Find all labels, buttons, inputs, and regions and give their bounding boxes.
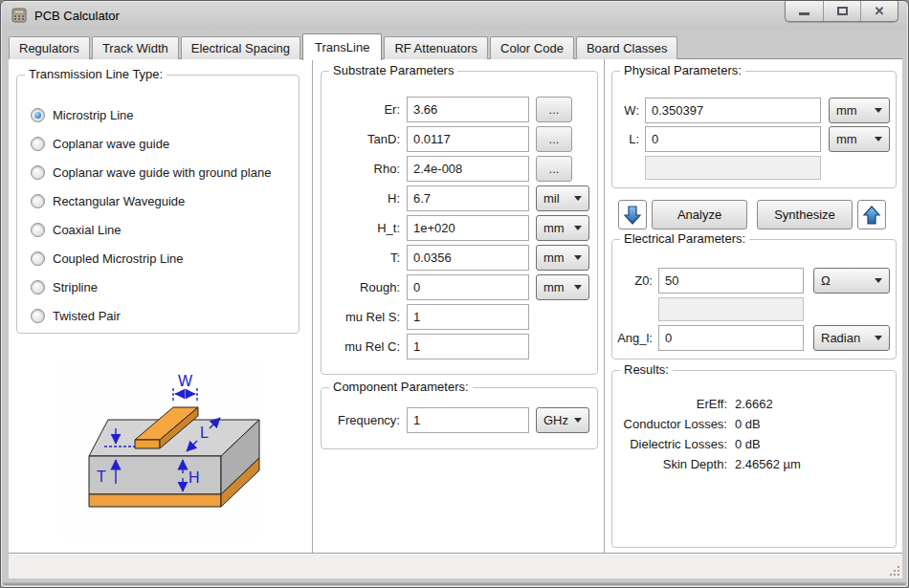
l-input[interactable]: 0 — [645, 126, 821, 152]
h-input[interactable]: 6.7 — [407, 185, 529, 211]
group-title: Transmission Line Type: — [25, 67, 166, 81]
copy-up-button[interactable] — [857, 200, 886, 229]
mu-rel-c-input[interactable]: 1 — [407, 334, 529, 359]
rho-more-button[interactable]: ... — [536, 156, 572, 182]
frequency-input[interactable]: 1 — [407, 407, 529, 433]
substrate-row-h: H: 6.7 mil — [327, 185, 591, 211]
radio-coplanar-wave-guide[interactable]: Coplanar wave guide — [31, 129, 293, 158]
tand-input[interactable]: 0.0117 — [407, 126, 529, 152]
tab-track-width[interactable]: Track Width — [92, 36, 179, 59]
mu-rel-s-label: mu Rel S: — [327, 310, 400, 324]
group-title: Results: — [620, 362, 673, 377]
minimize-button[interactable] — [786, 1, 823, 21]
analyze-button[interactable]: Analyze — [652, 200, 747, 229]
group-title: Component Parameters: — [329, 380, 473, 394]
z0-input[interactable]: 50 — [658, 268, 804, 294]
ht-input[interactable]: 1e+020 — [407, 215, 529, 241]
h-label: H: — [327, 191, 400, 206]
angl-unit-select[interactable]: Radian — [813, 325, 890, 351]
radio-icon — [31, 251, 45, 266]
l-label: L: — [618, 132, 639, 146]
tab-electrical-spacing[interactable]: Electrical Spacing — [181, 36, 300, 59]
tand-more-button[interactable]: ... — [536, 126, 572, 152]
rho-input[interactable]: 2.4e-008 — [407, 156, 529, 182]
radio-rectangular-waveguide[interactable]: Rectangular Waveguide — [31, 186, 293, 215]
radio-icon — [31, 309, 45, 323]
tab-rf-attenuators[interactable]: RF Attenuators — [384, 36, 488, 59]
h-unit-select[interactable]: mil — [536, 185, 589, 211]
radio-stripline[interactable]: Stripline — [31, 272, 293, 301]
w-unit-select[interactable]: mm — [829, 98, 890, 123]
blue-arrow-up-icon — [862, 205, 881, 226]
substrate-row-t: T: 0.0356 mm — [327, 245, 591, 271]
column-separator — [604, 59, 605, 553]
substrate-row-tand: TanD: 0.0117 ... — [327, 126, 591, 152]
tand-label: TanD: — [327, 132, 400, 146]
physical-extra-output — [645, 156, 821, 180]
w-input[interactable]: 0.350397 — [645, 98, 821, 123]
z0-label: Z0: — [618, 273, 653, 288]
radio-icon — [31, 108, 45, 122]
tab-board-classes[interactable]: Board Classes — [576, 36, 678, 59]
rough-input[interactable]: 0 — [407, 274, 529, 300]
result-dielectric-losses: Dielectric Losses: 0 dB — [620, 434, 888, 454]
radio-coplanar-ground-plane[interactable]: Coplanar wave guide with ground plane — [31, 158, 293, 186]
tab-bar: Regulators Track Width Electrical Spacin… — [9, 33, 679, 59]
tab-regulators[interactable]: Regulators — [9, 36, 90, 59]
er-more-button[interactable]: ... — [536, 97, 572, 122]
group-title: Substrate Parameters — [329, 63, 457, 77]
result-skin-depth: Skin Depth: 2.46562 µm — [620, 454, 888, 474]
group-title: Physical Parameters: — [620, 63, 745, 77]
close-button[interactable]: ✕ — [860, 1, 898, 21]
radio-coaxial-line[interactable]: Coaxial Line — [31, 215, 293, 244]
t-input[interactable]: 0.0356 — [407, 245, 529, 271]
z0-unit-select[interactable]: Ω — [813, 268, 890, 294]
transline-panel: Transmission Line Type: Microstrip Line … — [9, 58, 902, 554]
chevron-down-icon — [574, 226, 582, 230]
results-group: Results: ErEff: 2.6662 Conductor Losses:… — [611, 370, 897, 548]
chevron-down-icon — [574, 285, 582, 290]
er-input[interactable]: 3.66 — [407, 97, 529, 122]
mu-rel-s-input[interactable]: 1 — [407, 304, 529, 330]
substrate-row-ht: H_t: 1e+020 mm — [327, 215, 591, 241]
copy-down-button[interactable] — [618, 200, 647, 229]
dielectric-losses-label: Dielectric Losses: — [620, 437, 727, 451]
results-rows: ErEff: 2.6662 Conductor Losses: 0 dB Die… — [620, 394, 888, 474]
rough-unit-select[interactable]: mm — [536, 274, 589, 300]
physical-parameters-group: Physical Parameters: W: 0.350397 mm L: 0… — [611, 71, 897, 188]
substrate-row-mu-rel-s: mu Rel S: 1 — [327, 304, 591, 330]
substrate-row-rho: Rho: 2.4e-008 ... — [327, 156, 591, 182]
t-label: T: — [327, 250, 400, 265]
substrate-row-er: Er: 3.66 ... — [327, 97, 591, 122]
mu-rel-c-label: mu Rel C: — [327, 339, 400, 354]
angl-input[interactable]: 0 — [658, 325, 804, 351]
skin-depth-label: Skin Depth: — [620, 457, 727, 471]
blue-arrow-down-icon — [623, 205, 642, 226]
radio-twisted-pair[interactable]: Twisted Pair — [31, 301, 293, 330]
radio-icon — [31, 165, 45, 180]
frequency-unit-select[interactable]: GHz — [536, 407, 589, 433]
w-label: W: — [618, 103, 639, 118]
chevron-down-icon — [875, 336, 882, 340]
status-bar — [9, 554, 902, 578]
t-unit-select[interactable]: mm — [536, 245, 589, 271]
radio-microstrip-line[interactable]: Microstrip Line — [31, 100, 293, 129]
dielectric-losses-value: 0 dB — [735, 437, 888, 451]
resize-grip[interactable] — [888, 564, 899, 576]
ereff-label: ErEff: — [620, 397, 727, 411]
ht-unit-select[interactable]: mm — [536, 215, 589, 241]
l-unit-select[interactable]: mm — [829, 126, 890, 152]
tab-color-code[interactable]: Color Code — [490, 36, 574, 59]
tab-transline[interactable]: TransLine — [302, 33, 382, 60]
synthesize-button[interactable]: Synthesize — [757, 200, 853, 229]
maximize-button[interactable] — [823, 1, 860, 21]
titlebar: PCB Calculator ✕ — [1, 1, 908, 30]
column-separator — [312, 59, 313, 553]
substrate-row-mu-rel-c: mu Rel C: 1 — [327, 334, 591, 359]
diagram-label-h: H — [188, 469, 200, 486]
electrical-extra-output — [658, 297, 804, 321]
radio-coupled-microstrip-line[interactable]: Coupled Microstrip Line — [31, 244, 293, 272]
ereff-value: 2.6662 — [735, 397, 888, 411]
group-title: Electrical Parameters: — [620, 231, 749, 246]
chevron-down-icon — [574, 196, 582, 201]
